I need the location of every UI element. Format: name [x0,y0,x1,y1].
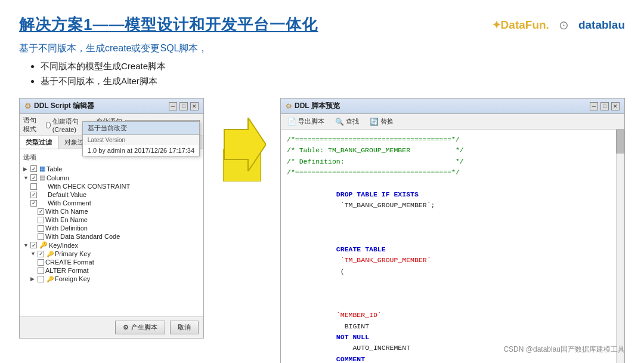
tree-checkbox-with-comment[interactable] [30,200,37,207]
tree-checkbox-create-format[interactable] [38,259,44,266]
editor-title-icon: ⚙ [24,101,32,110]
tree-toggle-column[interactable]: ▼ [23,175,29,181]
radio-create[interactable]: 创建语句(Create) [46,117,83,133]
tree-checkbox-check-constraint[interactable] [30,183,37,190]
tree-toggle-table[interactable]: ▶ [23,166,29,172]
tree-toggle-key[interactable]: ▼ [23,242,29,248]
tree-label-foreign-key: Foreign Key [55,275,90,282]
primary-key-icon: 🔑 [47,251,54,257]
radio-create-label: 创建语句(Create) [52,117,83,133]
preview-window-controls[interactable]: ─ □ ✕ [590,102,620,110]
tree-item-ch-name[interactable]: With Ch Name [23,207,200,216]
replace-button[interactable]: 🔄 替换 [367,116,397,127]
arrow-container [218,134,266,182]
arrow-visual [218,118,266,174]
preview-maximize-button[interactable]: □ [600,102,609,110]
tree-item-column[interactable]: ▼ ▤ Column [23,173,200,182]
bullet-item: 基于不同版本，生成Alter脚本 [41,76,625,87]
tree-checkbox-key[interactable] [30,242,37,248]
datafun-logo: ✦DataFun. [492,18,549,32]
table-icon: ▦ [39,165,45,173]
version-popup-version[interactable]: 1.0 by admin at 2017/12/26 17:17:34 [83,145,199,156]
bullet-item: 不同版本的模型生成Create脚本 [41,61,625,72]
options-tree: ▶ ▦ Table ▼ ▤ Column [23,164,200,283]
version-popup-header: 基于当前改变 [83,122,199,135]
find-button[interactable]: 🔍 查找 [332,116,362,127]
preview-close-button[interactable]: ✕ [611,102,620,110]
tree-checkbox-primary-key[interactable] [38,251,44,257]
maximize-button[interactable]: □ [179,102,188,110]
tree-item-definition[interactable]: With Definition [23,224,200,232]
tree-checkbox-table[interactable] [30,165,37,172]
tree-label-ch-name: With Ch Name [45,208,88,215]
tree-item-default-value[interactable]: Default Value [23,190,200,199]
tree-item-foreign-key[interactable]: ▶ 🔑 Foreign Key [23,275,200,283]
tree-toggle-foreign-key[interactable]: ▶ [30,276,36,282]
tree-label-default-value: Default Value [48,191,86,198]
ddl-preview-window: ⚙ DDL 脚本预览 ─ □ ✕ 📄 导出脚本 🔍 查找 [280,98,625,363]
bullet-list: 不同版本的模型生成Create脚本 基于不同版本，生成Alter脚本 [29,61,625,87]
tree-checkbox-definition[interactable] [38,225,44,232]
tree-label-en-name: With En Name [45,216,88,223]
column-icon: ▤ [39,174,45,182]
tree-item-alter-format[interactable]: ALTER Format [23,266,200,275]
tree-item-with-comment[interactable]: With Comment [23,199,200,207]
footer-note: CSDN @datablau国产数据库建模工具 [503,344,625,355]
tree-label-key-index: Key/Index [49,242,78,249]
version-popup: 基于当前改变 Latest Version 1.0 by admin at 20… [82,121,200,156]
preview-minimize-button[interactable]: ─ [590,102,598,110]
tree-checkbox-data-standard[interactable] [38,233,44,240]
export-icon: 📄 [287,118,296,126]
tree-label-definition: With Definition [45,224,88,232]
tree-checkbox-foreign-key[interactable] [38,276,44,282]
preview-titlebar: ⚙ DDL 脚本预览 ─ □ ✕ [281,99,624,114]
drop-keyword: DROP TABLE IF EXISTS [336,190,419,198]
code-line-blank [287,222,618,233]
tree-label-column: Column [47,174,69,182]
content-row: ⚙ DDL Script 编辑器 ─ □ ✕ 语句模式 创建语句(Create) [19,98,625,363]
find-icon: 🔍 [335,118,344,126]
preview-scrollbar[interactable] [616,130,624,363]
close-button[interactable]: ✕ [190,102,199,110]
tree-item-en-name[interactable]: With En Name [23,216,200,224]
logos-area: ✦DataFun. ⊙ datablau [492,18,625,32]
export-label: 导出脚本 [298,117,324,126]
generate-script-label: 产生脚本 [131,323,157,332]
key-icon: 🔑 [39,241,48,249]
minimize-button[interactable]: ─ [169,102,177,110]
generate-script-button[interactable]: ⚙ 产生脚本 [115,321,165,334]
radio-create-circle [46,122,51,128]
code-line-create: CREATE TABLE `TM_BANK_GROUP_MEMBER` ( [287,233,618,288]
tree-checkbox-alter-format[interactable] [38,267,44,274]
tree-item-data-standard[interactable]: With Data Standard Code [23,232,200,241]
cancel-button[interactable]: 取消 [170,321,199,334]
syntax-mode-label: 语句模式 [23,116,40,134]
tree-item-primary-key[interactable]: ▼ 🔑 Primary Key [23,250,200,258]
header: 解决方案1——模型设计和开发平台一体化 ✦DataFun. ⊙ datablau [19,14,625,35]
tree-checkbox-ch-name[interactable] [38,208,44,215]
tab-type-filter[interactable]: 类型过滤 [20,136,58,149]
tree-item-create-format[interactable]: CREATE Format [23,258,200,266]
tree-checkbox-default-value[interactable] [30,192,37,198]
datablau-logo: datablau [578,19,625,32]
create-keyword: CREATE TABLE [336,245,386,253]
export-script-button[interactable]: 📄 导出脚本 [284,116,327,127]
logo-separator: ⊙ [559,18,569,32]
preview-code-area: /*======================================… [281,130,624,363]
tree-item-check-constraint[interactable]: With CHECK CONSTRAINT [23,182,200,190]
tree-checkbox-en-name[interactable] [38,217,44,223]
drop-table-name: `TM_BANK_GROUP_MEMBER`; [336,201,435,209]
datafun-star-icon: ✦ [492,19,501,31]
create-table-name: `TM_BANK_GROUP_MEMBER` [336,256,431,264]
tree-item-key-index[interactable]: ▼ 🔑 Key/Index [23,241,200,250]
find-label: 查找 [346,117,359,126]
window-controls[interactable]: ─ □ ✕ [169,102,199,110]
scrollbar-thumb[interactable] [616,130,624,153]
code-line-4: /*======================================… [287,167,618,178]
ddl-editor-window: ⚙ DDL Script 编辑器 ─ □ ✕ 语句模式 创建语句(Create) [19,98,204,339]
tree-toggle-primary-key[interactable]: ▼ [30,251,36,257]
tree-checkbox-column[interactable] [30,174,37,181]
subtitle: 基于不同版本，生成create或变更SQL脚本， [19,42,625,55]
tree-label-alter-format: ALTER Format [45,267,89,274]
tree-item-table[interactable]: ▶ ▦ Table [23,164,200,173]
